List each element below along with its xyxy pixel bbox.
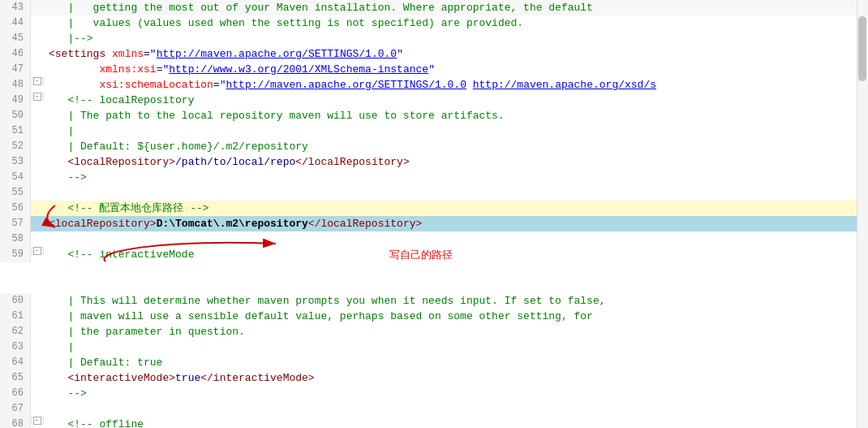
line-content: <localRepository>D:\Tomcat\.m2\repositor… bbox=[44, 216, 868, 231]
line-content: | the parameter in question. bbox=[44, 324, 868, 339]
line-content: <!-- offline bbox=[44, 417, 868, 428]
line-content: xmlns:xsi="http://www.w3.org/2001/XMLSch… bbox=[44, 62, 868, 77]
fold-icon[interactable]: - bbox=[33, 77, 41, 85]
line-num: 46 bbox=[0, 46, 31, 62]
line-num: 62 bbox=[0, 324, 31, 339]
line-row: 60 | This will determine whether maven p… bbox=[0, 293, 868, 309]
line-num: 61 bbox=[0, 309, 31, 324]
line-gutter: - bbox=[31, 247, 44, 255]
line-num: 54 bbox=[0, 170, 31, 185]
line-row: 51 | bbox=[0, 123, 868, 139]
line-content: | Default: ${user.home}/.m2/repository bbox=[44, 139, 868, 154]
line-num: 68 bbox=[0, 417, 31, 428]
line-row: 55 bbox=[0, 185, 868, 201]
line-row: 47 xmlns:xsi="http://www.w3.org/2001/XML… bbox=[0, 62, 868, 77]
line-num: 67 bbox=[0, 401, 31, 417]
line-row: 49 - <!-- localRepository bbox=[0, 93, 868, 108]
line-content: |--> bbox=[44, 31, 868, 46]
line-content: | Default: true bbox=[44, 355, 868, 370]
line-num: 49 bbox=[0, 93, 31, 108]
line-row: 46 <settings xmlns="http://maven.apache.… bbox=[0, 46, 868, 62]
line-content: --> bbox=[44, 170, 868, 185]
line-num: 65 bbox=[0, 370, 31, 386]
line-row: 66 --> bbox=[0, 386, 868, 401]
line-row: 43 | getting the most out of your Maven … bbox=[0, 0, 868, 15]
line-row: 48 - xsi:schemaLocation="http://maven.ap… bbox=[0, 77, 868, 93]
line-row: 63 | bbox=[0, 339, 868, 355]
line-row: 61 | maven will use a sensible default v… bbox=[0, 309, 868, 324]
line-row: 52 | Default: ${user.home}/.m2/repositor… bbox=[0, 139, 868, 154]
line-content: <!-- interactiveMode 写自己的路径 bbox=[44, 247, 868, 293]
chinese-annotation: 写自己的路径 bbox=[389, 247, 453, 262]
line-content: | values (values used when the setting i… bbox=[44, 15, 868, 31]
line-num: 52 bbox=[0, 139, 31, 154]
fold-icon[interactable]: - bbox=[33, 93, 41, 101]
line-row: 44 | values (values used when the settin… bbox=[0, 15, 868, 31]
line-num: 58 bbox=[0, 231, 31, 247]
line-content: | maven will use a sensible default valu… bbox=[44, 309, 868, 324]
line-content bbox=[44, 401, 868, 417]
line-num: 44 bbox=[0, 15, 31, 31]
line-num: 55 bbox=[0, 185, 31, 201]
line-num: 45 bbox=[0, 31, 31, 46]
line-num: 63 bbox=[0, 339, 31, 355]
line-gutter: - bbox=[31, 417, 44, 425]
line-num: 66 bbox=[0, 386, 31, 401]
line-num: 53 bbox=[0, 154, 31, 170]
scrollbar[interactable] bbox=[857, 0, 868, 428]
line-row: 53 <localRepository>/path/to/local/repo<… bbox=[0, 154, 868, 170]
line-num: 43 bbox=[0, 0, 31, 15]
line-num: 50 bbox=[0, 108, 31, 123]
line-row: 58 bbox=[0, 231, 868, 247]
line-row-56: 56 <!-- 配置本地仓库路径 --> bbox=[0, 201, 868, 216]
line-content: | bbox=[44, 339, 868, 355]
line-row: 67 bbox=[0, 401, 868, 417]
line-content: <!-- localRepository bbox=[44, 93, 868, 108]
line-content: | bbox=[44, 123, 868, 139]
line-row: 62 | the parameter in question. bbox=[0, 324, 868, 339]
line-content: | The path to the local repository maven… bbox=[44, 108, 868, 123]
line-row: 54 --> bbox=[0, 170, 868, 185]
line-row-59: 59 - <!-- interactiveMode 写自己的路径 bbox=[0, 247, 868, 293]
fold-icon[interactable]: - bbox=[33, 247, 41, 255]
line-content: <interactiveMode>true</interactiveMode> bbox=[44, 370, 868, 386]
line-num: 48 bbox=[0, 77, 31, 93]
line-row: 65 <interactiveMode>true</interactiveMod… bbox=[0, 370, 868, 386]
code-editor: 43 | getting the most out of your Maven … bbox=[0, 0, 868, 428]
line-gutter: - bbox=[31, 93, 44, 101]
line-row: 45 |--> bbox=[0, 31, 868, 46]
line-content: <settings xmlns="http://maven.apache.org… bbox=[44, 46, 868, 62]
line-row-57: 57 <localRepository>D:\Tomcat\.m2\reposi… bbox=[0, 216, 868, 231]
line-num: 51 bbox=[0, 123, 31, 139]
line-num: 56 bbox=[0, 201, 31, 216]
line-num: 47 bbox=[0, 62, 31, 77]
line-content bbox=[44, 231, 868, 247]
line-row: 50 | The path to the local repository ma… bbox=[0, 108, 868, 123]
line-content bbox=[44, 185, 868, 201]
line-num: 64 bbox=[0, 355, 31, 370]
line-content: <localRepository>/path/to/local/repo</lo… bbox=[44, 154, 868, 170]
line-content: | getting the most out of your Maven ins… bbox=[44, 0, 868, 15]
fold-icon[interactable]: - bbox=[33, 417, 41, 425]
line-content: | This will determine whether maven prom… bbox=[44, 293, 868, 309]
line-gutter: - bbox=[31, 77, 44, 85]
line-content: <!-- 配置本地仓库路径 --> bbox=[44, 201, 868, 216]
line-content: --> bbox=[44, 386, 868, 401]
line-num: 59 bbox=[0, 247, 31, 262]
line-num: 57 bbox=[0, 216, 31, 231]
scrollbar-thumb[interactable] bbox=[858, 16, 866, 81]
line-row: 64 | Default: true bbox=[0, 355, 868, 370]
line-row: 68 - <!-- offline bbox=[0, 417, 868, 428]
line-num: 60 bbox=[0, 293, 31, 309]
line-content: xsi:schemaLocation="http://maven.apache.… bbox=[44, 77, 868, 93]
